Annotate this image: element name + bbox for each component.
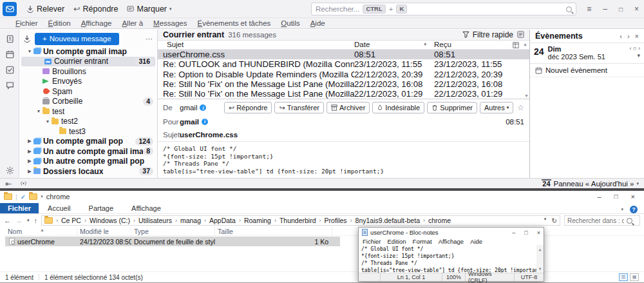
folder-spam[interactable]: Spam xyxy=(19,86,157,97)
menu-fichier[interactable]: Fichier xyxy=(363,238,381,245)
new-folder-icon[interactable] xyxy=(29,193,37,200)
twisty-expanded-icon[interactable]: ▼ xyxy=(35,109,43,113)
folder-account-autre-gmail-imap[interactable]: ▶ Un autre compte gmail imap 8 xyxy=(19,146,157,157)
minimize-icon[interactable]: – xyxy=(597,193,601,200)
today-icon[interactable]: ○ xyxy=(633,45,636,52)
mail-space-icon[interactable] xyxy=(3,2,17,16)
twisty-expanded-icon[interactable]: ▼ xyxy=(26,49,33,54)
tab-partage[interactable]: Partage xyxy=(80,203,123,213)
large-icons-view-icon[interactable]: ▦ xyxy=(630,273,639,281)
next-day-icon[interactable]: › xyxy=(638,45,640,52)
star-icon[interactable]: ☆ xyxy=(517,103,524,112)
calendar-space-icon[interactable] xyxy=(5,49,15,59)
close-icon[interactable]: × xyxy=(635,32,639,40)
menu-edition[interactable]: Édition xyxy=(48,19,71,27)
reply-toolbar-button[interactable]: ↩ Répondre xyxy=(69,2,122,15)
minimize-icon[interactable]: – xyxy=(603,5,607,14)
expand-ribbon-icon[interactable]: ▾ xyxy=(621,207,623,212)
menu-fichier[interactable]: Fichier xyxy=(15,19,38,27)
folder-dossiers-locaux[interactable]: ▶ Dossiers locaux 37 xyxy=(19,166,157,177)
minimize-icon[interactable]: – xyxy=(512,229,515,236)
breadcrumb-ce-pc[interactable]: Ce PC xyxy=(61,217,81,224)
today-panel-toggle[interactable]: 24 Panneau « Aujourd'hui » ▾ xyxy=(542,179,639,188)
breadcrumb-utilisateurs[interactable]: Utilisateurs xyxy=(138,217,172,224)
more-actions-button[interactable]: Autres▾ xyxy=(480,102,513,113)
breadcrumb-roaming[interactable]: Roaming xyxy=(244,217,271,224)
menu-format[interactable]: Format xyxy=(413,238,432,245)
forward-button[interactable]: ↪Transférer xyxy=(274,102,324,113)
scroll-up-icon[interactable]: ▲ xyxy=(539,246,542,253)
up-icon[interactable]: ↑ xyxy=(34,217,38,224)
folder-account-gmail-imap[interactable]: ▼ Un compte gmail imap xyxy=(19,46,157,57)
notepad-title-bar[interactable]: userChrome - Bloc-notes – □ × xyxy=(359,228,544,237)
address-book-space-icon[interactable] xyxy=(5,34,15,44)
prev-day-icon[interactable]: ‹ xyxy=(630,45,632,52)
file-row-userchrome[interactable]: userChrome 24/12/2023 08:50 Document de … xyxy=(5,237,340,246)
notepad-scrollbar[interactable]: ▲▼ xyxy=(536,245,544,273)
breadcrumb-profiles[interactable]: Profiles xyxy=(325,217,347,224)
breadcrumb-appdata[interactable]: AppData xyxy=(209,217,236,224)
maximize-icon[interactable]: □ xyxy=(524,229,527,236)
address-dropdown-icon[interactable]: ▾ xyxy=(544,217,547,224)
column-sujet[interactable]: Sujet xyxy=(158,41,354,48)
details-view-icon[interactable]: ☰ xyxy=(619,273,628,281)
menu-aide[interactable]: Aide xyxy=(310,19,325,27)
maximize-icon[interactable]: □ xyxy=(619,6,623,13)
twisty-collapsed-icon[interactable]: ▶ xyxy=(26,159,33,164)
message-row[interactable]: Re: OUTLOOK and THUNDERBIRD (Mozilla Con… xyxy=(158,59,529,69)
menu-outils[interactable]: Outils xyxy=(281,19,299,27)
refresh-icon[interactable]: ↻ xyxy=(551,217,557,224)
archive-button[interactable]: Archiver xyxy=(327,102,370,113)
column-taille[interactable]: Taille xyxy=(215,227,332,235)
app-menu-icon[interactable]: ≡ xyxy=(587,5,591,14)
folder-test[interactable]: ▼ test xyxy=(19,106,157,117)
address-bar[interactable]: › Ce PC› Windows (C:)› Utilisateurs› man… xyxy=(41,215,560,226)
junk-button[interactable]: Indésirable xyxy=(372,102,424,113)
folder-account-autre-gmail-pop[interactable]: ▶ Un autre compte gmail pop xyxy=(19,157,157,167)
tag-toolbar-button[interactable]: Marquer ▾ xyxy=(122,3,176,15)
breadcrumb-profile-folder[interactable]: 8ny1ais9.default-beta xyxy=(355,217,420,224)
breadcrumb-chrome[interactable]: chrome xyxy=(428,217,451,224)
help-icon[interactable]: ? xyxy=(630,206,638,213)
history-dropdown-icon[interactable]: ▾ xyxy=(27,218,30,223)
folder-test2[interactable]: ▼ test2 xyxy=(19,117,157,127)
message-row[interactable]: Re: Still No 'Fix' on the Message List P… xyxy=(158,89,529,99)
column-type[interactable]: Type xyxy=(131,227,215,235)
get-messages-small-icon[interactable] xyxy=(23,35,31,43)
column-date[interactable]: Date ▾ xyxy=(354,41,431,48)
delete-button[interactable]: Supprimer xyxy=(427,102,477,113)
collapse-icon[interactable]: ▾ xyxy=(637,52,640,59)
message-row[interactable]: userChrome.css 08:51 08:51 xyxy=(158,50,529,59)
menu-affichage[interactable]: Affichage xyxy=(439,238,464,245)
twisty-collapsed-icon[interactable]: ▶ xyxy=(26,139,33,144)
properties-check-icon[interactable]: ✓ xyxy=(21,193,26,200)
collapse-folder-pane-icon[interactable]: ⇤ xyxy=(5,179,12,188)
folder-envoyes[interactable]: Envoyés xyxy=(19,77,157,87)
column-picker-icon[interactable] xyxy=(513,42,519,48)
get-messages-button[interactable]: Relever xyxy=(22,3,69,15)
twisty-collapsed-icon[interactable]: ▶ xyxy=(26,169,33,174)
maximize-icon[interactable]: □ xyxy=(614,193,618,200)
folder-account-gmail-pop[interactable]: ▶ Un compte gmail pop 124 xyxy=(19,137,157,147)
quick-filter-button[interactable]: Filtre rapide xyxy=(462,30,513,39)
folder-pane-options-icon[interactable]: ⋯ xyxy=(146,35,153,43)
scroll-up-icon[interactable]: ▲ xyxy=(523,42,527,46)
menu-aller-a[interactable]: Aller à xyxy=(122,19,143,27)
tab-affichage[interactable]: Affichage xyxy=(122,203,170,213)
menu-edition[interactable]: Edition xyxy=(388,238,406,245)
chat-space-icon[interactable] xyxy=(5,80,15,90)
global-search-input[interactable]: Rechercher... CTRL + K xyxy=(311,3,576,15)
message-row[interactable]: Re: Option to Disable Update Reminders (… xyxy=(158,69,529,79)
close-icon[interactable]: × xyxy=(631,193,635,200)
notepad-text-area[interactable]: /* Global UI font */*{font-size: 15pt !i… xyxy=(359,245,544,273)
message-row[interactable]: Re: Still No 'Fix' on the Message List P… xyxy=(158,79,529,89)
scroll-down-icon[interactable]: ▼ xyxy=(524,93,529,98)
back-icon[interactable]: ← xyxy=(4,217,11,224)
next-icon[interactable]: › xyxy=(627,32,630,40)
tasks-space-icon[interactable] xyxy=(5,64,15,75)
reply-button[interactable]: ↩Répondre xyxy=(224,102,272,113)
close-icon[interactable]: × xyxy=(537,229,540,236)
folder-brouillons[interactable]: Brouillons xyxy=(19,66,157,77)
breadcrumb-windows-c[interactable]: Windows (C:) xyxy=(90,217,130,224)
menu-aide[interactable]: Aide xyxy=(470,238,482,245)
